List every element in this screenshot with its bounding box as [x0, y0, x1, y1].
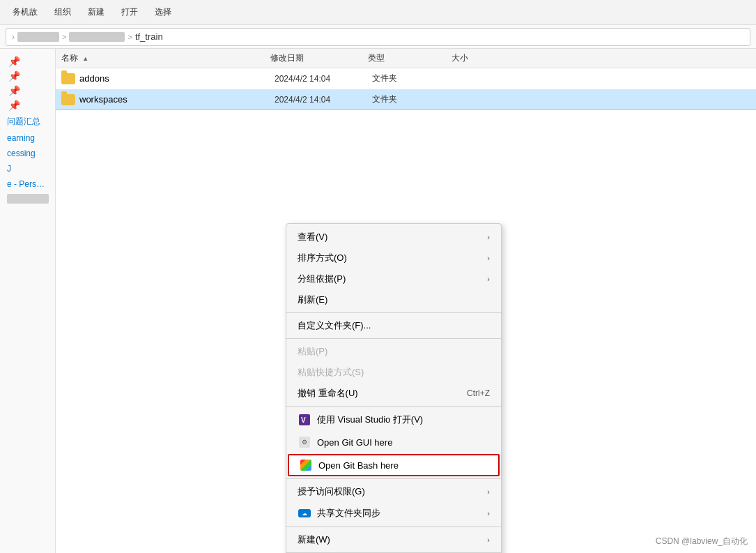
breadcrumb-blur1	[17, 32, 59, 42]
sidebar-item-earning[interactable]: earning	[3, 131, 52, 145]
file-date: 2024/4/2 14:04	[275, 74, 372, 84]
breadcrumb-current: tf_train	[135, 31, 163, 42]
vs-icon: V	[298, 413, 311, 427]
menu-label: 共享文件夹同步	[317, 507, 487, 520]
submenu-arrow: ›	[487, 487, 490, 496]
folder-icon	[61, 72, 75, 86]
menu-label: Open Git Bash here	[318, 460, 488, 471]
menu-separator	[286, 527, 501, 527]
sidebar-item-j[interactable]: J	[3, 162, 52, 176]
toolbar: 务机故 组织 新建 打开 选择	[0, 0, 756, 25]
menu-label: 粘贴快捷方式(S)	[298, 366, 490, 379]
breadcrumb[interactable]: › > > tf_train	[6, 28, 750, 46]
menu-item-git-bash[interactable]: Open Git Bash here	[288, 454, 500, 476]
menu-item-undo-rename[interactable]: 撤销 重命名(U) Ctrl+Z	[286, 383, 501, 404]
table-row[interactable]: addons 2024/4/2 14:04 文件夹	[56, 68, 756, 89]
menu-label: 查看(V)	[298, 231, 487, 243]
menu-separator	[286, 338, 501, 339]
sort-arrow: ▲	[82, 55, 88, 62]
menu-label: 排序方式(O)	[298, 252, 487, 264]
sidebar-gray-bar	[7, 194, 49, 204]
toolbar-btn-1[interactable]: 务机故	[6, 3, 45, 21]
main-area: 📌 📌 📌 📌 问题汇总 earning cessing J e - Perso…	[0, 49, 756, 553]
menu-item-access[interactable]: 授予访问权限(G) ›	[286, 481, 501, 502]
menu-shortcut: Ctrl+Z	[467, 388, 490, 398]
menu-label: 新建(W)	[298, 533, 487, 546]
explorer-window: 务机故 组织 新建 打开 选择 › > > tf_train 📌 📌 📌 📌 问…	[0, 0, 756, 553]
col-date[interactable]: 修改日期	[270, 52, 368, 64]
nav-back[interactable]: ›	[12, 32, 15, 42]
sidebar-item-wenti[interactable]: 问题汇总	[3, 114, 52, 130]
menu-item-paste-shortcut: 粘贴快捷方式(S)	[286, 362, 501, 383]
col-size[interactable]: 大小	[452, 52, 507, 64]
menu-label: 刷新(E)	[298, 294, 490, 306]
toolbar-btn-5[interactable]: 选择	[148, 3, 178, 21]
menu-label: 分组依据(P)	[298, 273, 487, 285]
menu-label: 使用 Visual Studio 打开(V)	[317, 414, 490, 426]
menu-separator	[286, 406, 501, 407]
svg-text:V: V	[301, 416, 306, 424]
submenu-arrow: ›	[487, 233, 490, 241]
toolbar-btn-3[interactable]: 新建	[81, 3, 111, 21]
submenu-arrow: ›	[487, 509, 490, 517]
breadcrumb-sep2: >	[128, 33, 132, 41]
menu-item-view[interactable]: 查看(V) ›	[286, 227, 501, 248]
git-gui-icon: ⚙	[298, 435, 311, 449]
menu-label: 撤销 重命名(U)	[298, 387, 467, 400]
toolbar-btn-2[interactable]: 组织	[47, 3, 78, 21]
sidebar-item-persona[interactable]: e - Persona	[3, 177, 52, 191]
pin-icon-1: 📌	[6, 54, 52, 68]
onedrive-icon: ☁	[298, 506, 311, 520]
breadcrumb-sep1: >	[62, 33, 66, 41]
col-name[interactable]: 名称 ▲	[61, 52, 270, 64]
table-row[interactable]: workspaces 2024/4/2 14:04 文件夹	[56, 89, 756, 110]
menu-item-git-gui[interactable]: ⚙ Open Git GUI here	[286, 431, 501, 453]
menu-label: 自定义文件夹(F)...	[298, 319, 490, 332]
menu-item-share-sync[interactable]: ☁ 共享文件夹同步 ›	[286, 502, 501, 524]
menu-separator	[286, 312, 501, 313]
menu-item-vs[interactable]: V 使用 Visual Studio 打开(V)	[286, 409, 501, 431]
file-name: workspaces	[79, 94, 275, 105]
menu-label: Open Git GUI here	[317, 437, 490, 448]
col-type[interactable]: 类型	[368, 52, 452, 64]
pin-group: 📌 📌 📌 📌	[6, 54, 52, 112]
submenu-arrow: ›	[487, 254, 490, 262]
menu-label: 粘贴(P)	[298, 345, 490, 358]
submenu-arrow: ›	[487, 275, 490, 283]
watermark: CSDN @labview_自动化	[656, 536, 748, 547]
column-headers: 名称 ▲ 修改日期 类型 大小	[56, 49, 756, 68]
menu-item-group[interactable]: 分组依据(P) ›	[286, 268, 501, 289]
file-name: addons	[79, 73, 275, 84]
menu-item-refresh[interactable]: 刷新(E)	[286, 289, 501, 310]
sidebar-item-cessing[interactable]: cessing	[3, 146, 52, 160]
submenu-arrow: ›	[487, 536, 490, 544]
file-type: 文件夹	[372, 73, 456, 84]
menu-separator	[286, 478, 501, 479]
git-bash-icon	[299, 458, 313, 472]
menu-item-sort[interactable]: 排序方式(O) ›	[286, 248, 501, 268]
context-menu: 查看(V) › 排序方式(O) › 分组依据(P) › 刷新(E)	[286, 223, 502, 553]
address-bar: › > > tf_train	[0, 25, 756, 49]
sidebar: 📌 📌 📌 📌 问题汇总 earning cessing J e - Perso…	[0, 49, 56, 553]
breadcrumb-blur2	[69, 32, 125, 42]
file-date: 2024/4/2 14:04	[275, 95, 372, 105]
toolbar-btn-4[interactable]: 打开	[114, 3, 145, 21]
file-list: 名称 ▲ 修改日期 类型 大小 addons 2024/4/2 14:04 文件…	[56, 49, 756, 553]
pin-icon-2: 📌	[6, 69, 52, 83]
pin-icon-3: 📌	[6, 84, 52, 98]
menu-label: 授予访问权限(G)	[298, 485, 487, 498]
menu-item-paste: 粘贴(P)	[286, 341, 501, 362]
file-type: 文件夹	[372, 93, 456, 105]
menu-item-new[interactable]: 新建(W) ›	[286, 529, 501, 550]
menu-item-customize[interactable]: 自定义文件夹(F)...	[286, 315, 501, 336]
pin-icon-4: 📌	[6, 98, 52, 112]
folder-icon	[61, 93, 75, 107]
